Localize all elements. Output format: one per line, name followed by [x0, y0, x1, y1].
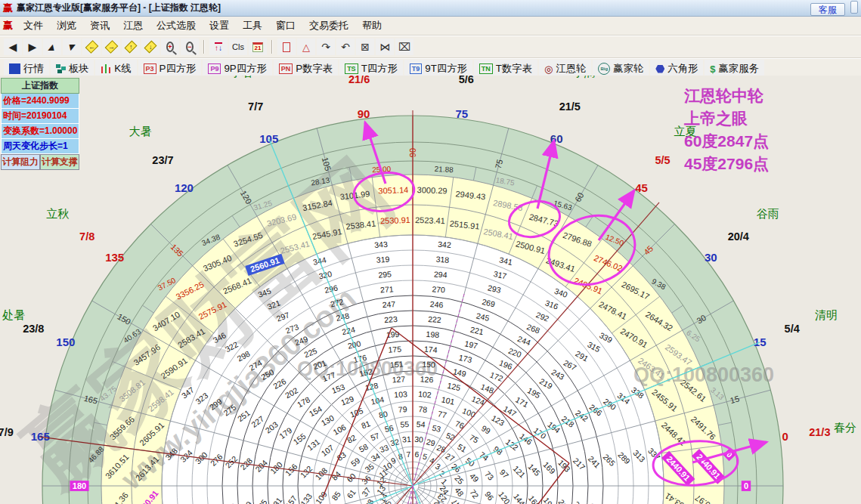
- hex-icon: [655, 65, 664, 73]
- view-9p-square-label: 9P四方形: [224, 62, 266, 76]
- target-icon: ◎: [544, 63, 553, 75]
- pan-up-button[interactable]: ↑: [122, 39, 140, 55]
- view-t-square-label: T四方形: [361, 62, 398, 76]
- pan-down-button[interactable]: ↓: [141, 39, 160, 55]
- info-panel: 上证指数 价格=2440.9099时间=20190104变换系数=1.00000…: [1, 78, 79, 170]
- box-x-button[interactable]: ⊠: [356, 39, 374, 55]
- svg-text:343: 343: [374, 240, 388, 249]
- grid-icon: [9, 63, 20, 74]
- menu-item-10[interactable]: 帮助: [355, 18, 389, 32]
- menu-item-5[interactable]: 公式选股: [150, 18, 203, 32]
- menu-item-7[interactable]: 工具: [236, 18, 269, 32]
- svg-text:103: 103: [394, 389, 407, 399]
- info-row-2: 时间=20190104: [1, 109, 79, 124]
- svg-text:7/8: 7/8: [79, 230, 94, 243]
- svg-text:319: 319: [376, 255, 389, 264]
- view-hexagon-label: 六角形: [667, 62, 698, 76]
- svg-text:30: 30: [705, 251, 717, 264]
- calc-button-2[interactable]: 计算支撑: [40, 154, 79, 170]
- pan-left-button[interactable]: ←: [82, 39, 101, 55]
- svg-text:75: 75: [456, 107, 469, 120]
- svg-text:294: 294: [434, 269, 448, 279]
- svg-text:0: 0: [744, 481, 748, 490]
- svg-text:151: 151: [390, 359, 404, 369]
- solar-term-label: 处暑: [2, 308, 25, 321]
- svg-text:165: 165: [31, 430, 50, 443]
- svg-text:246: 246: [429, 299, 443, 309]
- zoom-out-button[interactable]: −: [181, 39, 199, 55]
- svg-text:7/9: 7/9: [0, 426, 14, 438]
- rotate-cw-button[interactable]: ↷: [317, 39, 335, 55]
- svg-text:20/4: 20/4: [728, 230, 749, 243]
- svg-text:21/6: 21/6: [348, 76, 370, 85]
- view-9p-square-icon: P9: [208, 63, 221, 74]
- solar-term-label: 大暑: [129, 125, 152, 138]
- menu-item-9[interactable]: 交易委托: [302, 18, 355, 32]
- svg-text:31: 31: [402, 434, 412, 444]
- svg-text:7/7: 7/7: [248, 100, 263, 113]
- application-window: 赢 赢家江恩专业版[赢家服务平台] - [上证指数 江恩轮] 客服 赢 文件浏览…: [0, 0, 861, 504]
- eraser-button[interactable]: ⌧: [395, 39, 413, 55]
- time-updown-button[interactable]: ↑↓: [209, 39, 228, 55]
- nav-up-button[interactable]: ▲: [43, 39, 61, 55]
- dollar-icon: $: [710, 63, 715, 75]
- pan-left-icon: ←: [85, 40, 98, 54]
- pan-up-icon: ↑: [125, 41, 138, 54]
- svg-text:271: 271: [380, 284, 394, 294]
- view-winner-wheel-label: 赢家轮: [613, 62, 643, 76]
- calc-button-1[interactable]: 计算阻力: [1, 154, 40, 170]
- svg-text:198: 198: [426, 329, 439, 339]
- time-updown-icon: ↑↓: [215, 42, 222, 52]
- calendar-button[interactable]: 21: [249, 39, 267, 55]
- pan-right-button[interactable]: →: [102, 39, 120, 55]
- menu-item-1[interactable]: 文件: [17, 18, 50, 32]
- svg-text:150: 150: [422, 359, 435, 369]
- svg-text:222: 222: [428, 314, 441, 324]
- shape-square-button[interactable]: [277, 39, 296, 55]
- nav-left-button[interactable]: ◀: [4, 39, 22, 55]
- svg-text:60: 60: [550, 132, 563, 145]
- annotation-text: 江恩轮中轮上帝之眼60度2847点45度2796点: [684, 85, 769, 175]
- svg-text:2530.91: 2530.91: [380, 215, 410, 225]
- svg-text:126: 126: [420, 374, 433, 384]
- center-collapse-button[interactable]: ⋈: [376, 39, 394, 55]
- svg-text:15: 15: [754, 335, 767, 348]
- svg-text:30: 30: [414, 434, 424, 444]
- instrument-name: 上证指数: [1, 78, 79, 94]
- cls-button[interactable]: Cls: [229, 39, 247, 55]
- svg-text:342: 342: [438, 240, 451, 249]
- clipped-titlebar-button[interactable]: [850, 1, 858, 14]
- menu-item-8[interactable]: 窗口: [269, 18, 302, 32]
- nav-down-icon: ▼: [65, 41, 79, 53]
- menu-item-4[interactable]: 江恩: [116, 18, 150, 32]
- shape-square-icon: [283, 42, 290, 52]
- nav-down-button[interactable]: ▼: [63, 39, 81, 55]
- view-p-table-icon: PN: [279, 63, 293, 74]
- solar-term-label: 谷雨: [757, 207, 779, 220]
- info-row-3: 变换系数=1.00000: [1, 124, 79, 139]
- svg-text:102: 102: [418, 389, 432, 399]
- solar-term-label: 小满: [572, 76, 596, 79]
- blocks-icon: [56, 64, 66, 73]
- view-p-square-label: P四方形: [160, 62, 197, 76]
- view-quotes-label: 行情: [23, 62, 44, 76]
- info-row-4: 周天变化步长=1: [1, 139, 79, 154]
- nav-right-button[interactable]: ▶: [23, 39, 42, 55]
- menu-bar: 赢 文件浏览资讯江恩公式选股设置工具窗口交易委托帮助: [0, 17, 861, 36]
- customer-service-button[interactable]: 客服: [810, 3, 845, 16]
- menu-item-6[interactable]: 设置: [203, 18, 236, 32]
- svg-text:175: 175: [388, 345, 401, 354]
- menu-item-3[interactable]: 资讯: [83, 18, 116, 32]
- rotate-ccw-button[interactable]: ↶: [336, 39, 355, 55]
- svg-text:3000.29: 3000.29: [417, 185, 448, 195]
- pan-right-icon: →: [104, 40, 118, 54]
- solar-term-label: 清明: [815, 308, 838, 321]
- view-9t-square-icon: T9: [410, 63, 423, 74]
- zoom-in-button[interactable]: +: [161, 39, 179, 55]
- shape-triangle-button[interactable]: △: [297, 39, 315, 55]
- svg-text:223: 223: [384, 314, 398, 324]
- menu-item-2[interactable]: 浏览: [50, 18, 83, 32]
- view-sectors-label: 板块: [69, 62, 89, 76]
- view-gann-wheel-label: 江恩轮: [556, 62, 586, 76]
- svg-text:247: 247: [382, 299, 395, 309]
